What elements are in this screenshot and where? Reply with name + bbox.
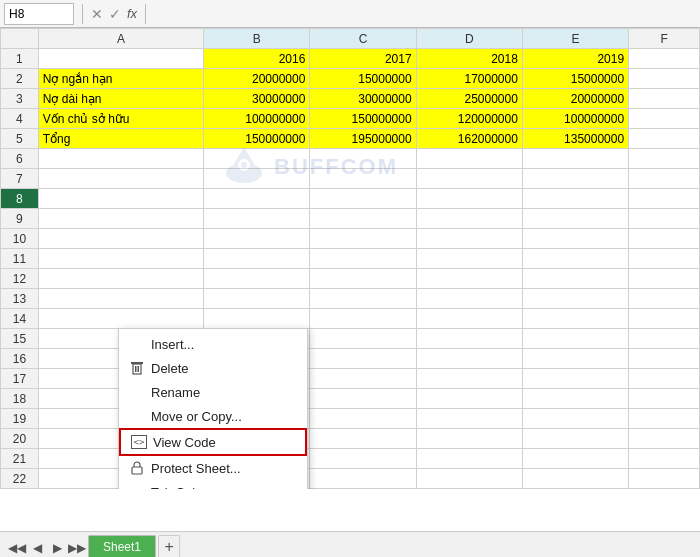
- menu-item-view-code[interactable]: <> View Code: [119, 428, 307, 456]
- cell-r3-c3[interactable]: 30000000: [310, 89, 416, 109]
- cell-r2-c4[interactable]: 17000000: [416, 69, 522, 89]
- cell-r12-c3[interactable]: [310, 269, 416, 289]
- cell-r15-c6[interactable]: [629, 329, 700, 349]
- row-header-14[interactable]: 14: [1, 309, 39, 329]
- cell-r11-c2[interactable]: [204, 249, 310, 269]
- cell-r20-c6[interactable]: [629, 429, 700, 449]
- cell-r7-c2[interactable]: [204, 169, 310, 189]
- formula-input[interactable]: [154, 3, 696, 25]
- menu-item-protect-sheet[interactable]: Protect Sheet...: [119, 456, 307, 480]
- cell-r20-c5[interactable]: [522, 429, 628, 449]
- cell-r17-c6[interactable]: [629, 369, 700, 389]
- cell-r7-c5[interactable]: [522, 169, 628, 189]
- row-header-10[interactable]: 10: [1, 229, 39, 249]
- row-header-3[interactable]: 3: [1, 89, 39, 109]
- cell-r18-c6[interactable]: [629, 389, 700, 409]
- cell-r3-c6[interactable]: [629, 89, 700, 109]
- cell-r14-c3[interactable]: [310, 309, 416, 329]
- row-header-17[interactable]: 17: [1, 369, 39, 389]
- row-header-8[interactable]: 8: [1, 189, 39, 209]
- cell-r4-c1[interactable]: Vốn chủ sở hữu: [38, 109, 203, 129]
- cell-r4-c2[interactable]: 100000000: [204, 109, 310, 129]
- row-header-6[interactable]: 6: [1, 149, 39, 169]
- cell-r22-c4[interactable]: [416, 469, 522, 489]
- cell-r10-c2[interactable]: [204, 229, 310, 249]
- cell-r7-c1[interactable]: [38, 169, 203, 189]
- cell-r8-c6[interactable]: [629, 189, 700, 209]
- cell-r14-c2[interactable]: [204, 309, 310, 329]
- cell-r5-c3[interactable]: 195000000: [310, 129, 416, 149]
- cell-r8-c3[interactable]: [310, 189, 416, 209]
- cell-r2-c3[interactable]: 15000000: [310, 69, 416, 89]
- cell-r9-c4[interactable]: [416, 209, 522, 229]
- cell-r12-c4[interactable]: [416, 269, 522, 289]
- cell-r1-c1[interactable]: [38, 49, 203, 69]
- cancel-icon[interactable]: ✕: [91, 6, 103, 22]
- confirm-icon[interactable]: ✓: [109, 6, 121, 22]
- cell-r7-c4[interactable]: [416, 169, 522, 189]
- cell-r9-c3[interactable]: [310, 209, 416, 229]
- tab-add[interactable]: +: [158, 535, 180, 557]
- cell-r7-c3[interactable]: [310, 169, 416, 189]
- cell-r14-c5[interactable]: [522, 309, 628, 329]
- cell-r19-c6[interactable]: [629, 409, 700, 429]
- cell-r21-c4[interactable]: [416, 449, 522, 469]
- cell-r16-c4[interactable]: [416, 349, 522, 369]
- row-header-18[interactable]: 18: [1, 389, 39, 409]
- cell-r11-c5[interactable]: [522, 249, 628, 269]
- cell-r15-c3[interactable]: [310, 329, 416, 349]
- cell-r11-c1[interactable]: [38, 249, 203, 269]
- cell-r8-c4[interactable]: [416, 189, 522, 209]
- cell-r8-c2[interactable]: [204, 189, 310, 209]
- row-header-1[interactable]: 1: [1, 49, 39, 69]
- cell-r21-c3[interactable]: [310, 449, 416, 469]
- cell-r1-c4[interactable]: 2018: [416, 49, 522, 69]
- col-header-E[interactable]: E: [522, 29, 628, 49]
- cell-r12-c1[interactable]: [38, 269, 203, 289]
- cell-r12-c6[interactable]: [629, 269, 700, 289]
- cell-r6-c4[interactable]: [416, 149, 522, 169]
- cell-r8-c1[interactable]: [38, 189, 203, 209]
- row-header-5[interactable]: 5: [1, 129, 39, 149]
- cell-r4-c6[interactable]: [629, 109, 700, 129]
- cell-r19-c4[interactable]: [416, 409, 522, 429]
- cell-r9-c5[interactable]: [522, 209, 628, 229]
- col-header-B[interactable]: B: [204, 29, 310, 49]
- cell-r22-c6[interactable]: [629, 469, 700, 489]
- tab-nav-next[interactable]: ▶: [48, 539, 66, 557]
- cell-r9-c6[interactable]: [629, 209, 700, 229]
- cell-r18-c5[interactable]: [522, 389, 628, 409]
- cell-r7-c6[interactable]: [629, 169, 700, 189]
- menu-item-move-copy[interactable]: Move or Copy...: [119, 404, 307, 428]
- cell-r2-c1[interactable]: Nợ ngắn hạn: [38, 69, 203, 89]
- cell-r17-c5[interactable]: [522, 369, 628, 389]
- cell-r16-c6[interactable]: [629, 349, 700, 369]
- cell-r5-c6[interactable]: [629, 129, 700, 149]
- cell-r22-c3[interactable]: [310, 469, 416, 489]
- tab-nav-prev[interactable]: ◀: [28, 539, 46, 557]
- row-header-2[interactable]: 2: [1, 69, 39, 89]
- row-header-19[interactable]: 19: [1, 409, 39, 429]
- menu-item-tab-color[interactable]: Tab Color ▶: [119, 480, 307, 489]
- row-header-20[interactable]: 20: [1, 429, 39, 449]
- cell-r16-c3[interactable]: [310, 349, 416, 369]
- cell-r6-c5[interactable]: [522, 149, 628, 169]
- tab-nav-first[interactable]: ◀◀: [8, 539, 26, 557]
- cell-r4-c3[interactable]: 150000000: [310, 109, 416, 129]
- cell-r6-c1[interactable]: [38, 149, 203, 169]
- cell-r2-c5[interactable]: 15000000: [522, 69, 628, 89]
- cell-r1-c5[interactable]: 2019: [522, 49, 628, 69]
- cell-r5-c2[interactable]: 150000000: [204, 129, 310, 149]
- cell-r10-c4[interactable]: [416, 229, 522, 249]
- row-header-13[interactable]: 13: [1, 289, 39, 309]
- cell-r13-c4[interactable]: [416, 289, 522, 309]
- cell-r13-c3[interactable]: [310, 289, 416, 309]
- cell-r11-c4[interactable]: [416, 249, 522, 269]
- row-header-4[interactable]: 4: [1, 109, 39, 129]
- row-header-12[interactable]: 12: [1, 269, 39, 289]
- cell-r13-c2[interactable]: [204, 289, 310, 309]
- cell-r10-c5[interactable]: [522, 229, 628, 249]
- cell-r22-c5[interactable]: [522, 469, 628, 489]
- row-header-15[interactable]: 15: [1, 329, 39, 349]
- cell-r1-c3[interactable]: 2017: [310, 49, 416, 69]
